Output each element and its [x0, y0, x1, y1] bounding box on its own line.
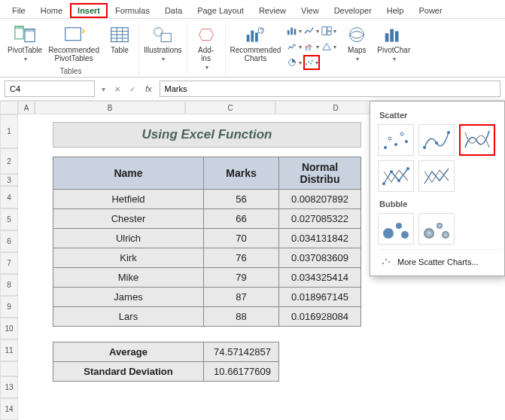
cell[interactable]: James: [53, 288, 204, 307]
table-button[interactable]: Table: [105, 23, 135, 56]
table-row[interactable]: Chester660.027085322: [53, 209, 361, 229]
scatter-chart-button[interactable]: [303, 55, 320, 70]
chevron-down-icon[interactable]: ▾: [99, 85, 108, 93]
pivotchart-button[interactable]: PivotChar: [376, 23, 411, 64]
cell[interactable]: 88: [204, 307, 279, 327]
tab-data[interactable]: Data: [157, 3, 190, 18]
column-chart-button[interactable]: [286, 23, 303, 38]
table-row[interactable]: James870.018967145: [53, 288, 361, 307]
waterfall-button[interactable]: [286, 39, 303, 54]
namebox-input[interactable]: [5, 81, 95, 97]
cell[interactable]: 87: [204, 288, 279, 307]
scatter-straight-markers[interactable]: [378, 160, 414, 192]
row-header-5[interactable]: 5: [0, 208, 18, 230]
cell[interactable]: 79: [204, 268, 279, 288]
cell[interactable]: 76: [204, 248, 279, 268]
rec-charts-button[interactable]: ? Recommended Charts: [230, 23, 282, 64]
row-header-3[interactable]: 3: [0, 174, 18, 186]
col-header-a[interactable]: A: [18, 101, 35, 114]
row-header-6[interactable]: 6: [0, 230, 18, 252]
cell[interactable]: 56: [204, 190, 279, 209]
std-label[interactable]: Standard Deviation: [53, 362, 204, 382]
cell[interactable]: Lars: [53, 307, 204, 327]
cell[interactable]: 0.037083609: [279, 248, 361, 268]
fx-button[interactable]: fx: [142, 84, 155, 93]
select-all-corner[interactable]: [0, 101, 18, 114]
cell[interactable]: Chester: [53, 209, 204, 229]
row-header-4[interactable]: 4: [0, 186, 18, 208]
combo-chart-button[interactable]: [303, 39, 320, 54]
tab-power[interactable]: Power: [411, 3, 449, 18]
tab-review[interactable]: Review: [251, 3, 294, 18]
cell[interactable]: Ulrich: [53, 229, 204, 248]
formula-input[interactable]: [160, 81, 500, 97]
more-scatter-label: More Scatter Charts...: [397, 257, 479, 266]
table-row[interactable]: Hetfield560.008207892: [53, 190, 361, 209]
col-header-c[interactable]: C: [185, 101, 275, 114]
cell[interactable]: 0.027085322: [279, 209, 361, 229]
table-row[interactable]: Mike790.034325414: [53, 268, 361, 288]
pivottable-button[interactable]: PivotTable: [7, 23, 43, 64]
col-header-b[interactable]: B: [35, 101, 185, 114]
cell[interactable]: 66: [204, 209, 279, 229]
maps-button[interactable]: Maps: [342, 23, 372, 64]
avg-value[interactable]: 74.57142857: [204, 342, 279, 362]
cell[interactable]: Kirk: [53, 248, 204, 268]
surface-button[interactable]: [321, 39, 337, 54]
cell[interactable]: Mike: [53, 268, 204, 288]
th-marks[interactable]: Marks: [204, 157, 279, 190]
bubble-3d[interactable]: [418, 213, 455, 245]
tab-insert[interactable]: Insert: [70, 3, 108, 18]
cell[interactable]: 0.016928084: [279, 307, 361, 327]
row-header-9[interactable]: 9: [0, 296, 18, 318]
cell[interactable]: 0.034325414: [279, 268, 361, 288]
row-header-14[interactable]: 14: [0, 398, 18, 420]
tab-help[interactable]: Help: [379, 3, 412, 18]
table-row[interactable]: Ulrich700.034131842: [53, 229, 361, 248]
line-chart-button[interactable]: [303, 23, 320, 38]
scatter-straight-lines[interactable]: [418, 160, 455, 192]
row-header-1[interactable]: 1: [0, 114, 18, 148]
illustrations-button[interactable]: Illustrations: [143, 23, 183, 64]
tab-home[interactable]: Home: [33, 3, 70, 18]
accept-formula-button[interactable]: ✓: [127, 85, 138, 93]
row-header-12[interactable]: [0, 361, 18, 376]
cancel-formula-button[interactable]: ✕: [112, 85, 123, 93]
pie-chart-button[interactable]: [286, 55, 303, 70]
scatter-markers-only[interactable]: [378, 124, 414, 156]
svg-rect-22: [322, 27, 327, 35]
row-header-13[interactable]: 13: [0, 376, 18, 398]
group-charts: ? Recommended Charts: [226, 23, 415, 75]
row-header-10[interactable]: 10: [0, 318, 18, 339]
th-nd[interactable]: Normal Distribu: [279, 157, 361, 190]
cell[interactable]: 0.008207892: [279, 190, 361, 209]
row-header-7[interactable]: 7: [0, 252, 18, 274]
tab-formulas[interactable]: Formulas: [108, 3, 157, 18]
cell[interactable]: 70: [204, 229, 279, 248]
tab-view[interactable]: View: [294, 3, 327, 18]
th-name[interactable]: Name: [53, 157, 204, 190]
cell[interactable]: Hetfield: [53, 190, 204, 209]
cell[interactable]: 0.034131842: [279, 229, 361, 248]
treemap-button[interactable]: [321, 23, 337, 38]
row-header-2[interactable]: 2: [0, 148, 18, 174]
svg-rect-24: [327, 32, 331, 35]
rec-pivottables-button[interactable]: Recommended PivotTables: [47, 23, 100, 64]
svg-point-32: [311, 63, 312, 65]
cell[interactable]: 0.018967145: [279, 288, 361, 307]
row-header-8[interactable]: 8: [0, 274, 18, 296]
row-header-11[interactable]: 11: [0, 339, 18, 361]
more-scatter-charts[interactable]: More Scatter Charts...: [378, 249, 500, 269]
std-value[interactable]: 10.66177609: [204, 362, 279, 382]
tab-developer[interactable]: Developer: [327, 3, 379, 18]
addins-button[interactable]: Add- ins: [191, 23, 221, 72]
tab-pagelayout[interactable]: Page Layout: [190, 3, 251, 18]
tab-file[interactable]: File: [5, 3, 33, 18]
pivottable-label: PivotTable: [8, 46, 42, 54]
table-row[interactable]: Kirk760.037083609: [53, 248, 361, 268]
avg-label[interactable]: Average: [53, 342, 204, 362]
scatter-smooth-markers[interactable]: [418, 124, 455, 156]
scatter-smooth-lines[interactable]: [459, 124, 495, 156]
bubble-2d[interactable]: [378, 213, 414, 245]
table-row[interactable]: Lars880.016928084: [53, 307, 361, 327]
